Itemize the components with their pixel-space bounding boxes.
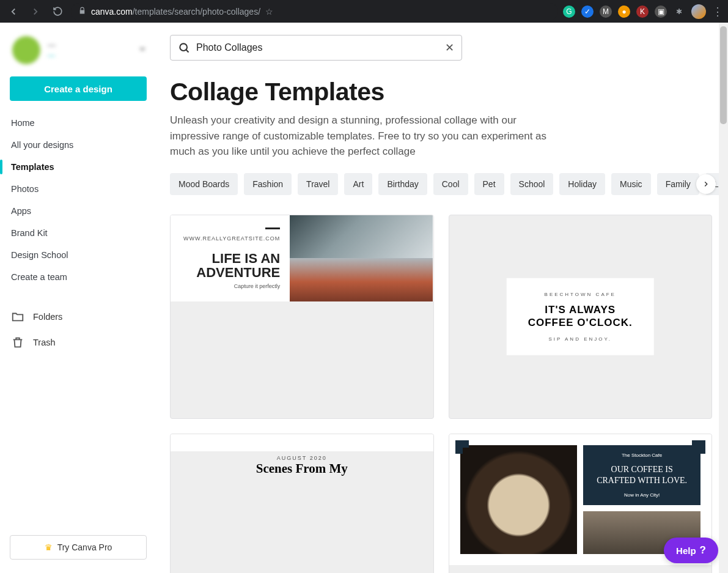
- back-button[interactable]: [5, 3, 22, 20]
- extension-icon[interactable]: ●: [618, 6, 630, 18]
- extension-icon[interactable]: ✓: [581, 6, 594, 18]
- chip-music[interactable]: Music: [611, 173, 651, 195]
- chip-pet[interactable]: Pet: [474, 173, 504, 195]
- chip-family[interactable]: Family: [657, 173, 699, 195]
- chip-holiday[interactable]: Holiday: [559, 173, 605, 195]
- help-button[interactable]: Help ?: [664, 538, 718, 563]
- search-input[interactable]: [196, 42, 439, 53]
- sidebar-trash[interactable]: Trash: [10, 330, 147, 355]
- try-pro-button[interactable]: ♛ Try Canva Pro: [10, 535, 147, 560]
- template-text: AUGUST 2020: [171, 455, 433, 461]
- template-text: ADVENTURE: [196, 265, 280, 279]
- template-text: WWW.REALLYGREATSITE.COM: [183, 235, 280, 242]
- sidebar-item-photos[interactable]: Photos: [10, 178, 147, 200]
- chip-birthday[interactable]: Birthday: [378, 173, 427, 195]
- main-content: ✕ Collage Templates Unleash your creativ…: [156, 23, 728, 573]
- user-name: —: [48, 40, 131, 50]
- template-text: IT'S ALWAYS COFFEE O'CLOCK.: [525, 303, 636, 329]
- chevron-right-icon: [702, 180, 710, 188]
- sidebar-item-home[interactable]: Home: [10, 112, 147, 134]
- clear-search-icon[interactable]: ✕: [445, 41, 454, 54]
- search-bar[interactable]: ✕: [170, 35, 462, 61]
- chip-travel[interactable]: Travel: [298, 173, 338, 195]
- template-card[interactable]: BEECHTOWN CAFE IT'S ALWAYS COFFEE O'CLOC…: [449, 215, 713, 419]
- forward-button[interactable]: [27, 3, 44, 20]
- lock-icon: [78, 7, 86, 17]
- crown-icon: ♛: [45, 542, 53, 552]
- url-text: canva.com/templates/search/photo-collage…: [91, 7, 260, 17]
- template-text: Capture it perfectly: [234, 283, 281, 289]
- extension-icon[interactable]: ▣: [655, 6, 667, 18]
- filter-chips: Mood BoardsFashionTravelArtBirthdayCoolP…: [170, 173, 712, 195]
- scrollbar-thumb[interactable]: [720, 26, 727, 124]
- chip-fashion[interactable]: Fashion: [244, 173, 292, 195]
- extension-icon[interactable]: G: [563, 6, 575, 18]
- sidebar-nav: HomeAll your designsTemplatesPhotosAppsB…: [10, 112, 147, 288]
- template-card[interactable]: AUGUST 2020 Scenes From My: [170, 434, 434, 574]
- template-text: BEECHTOWN CAFE: [525, 291, 636, 297]
- scrollbar[interactable]: [719, 23, 728, 573]
- template-card[interactable]: WWW.REALLYGREATSITE.COM LIFE IS AN ADVEN…: [170, 215, 434, 419]
- help-label: Help: [676, 545, 696, 556]
- chip-mood-boards[interactable]: Mood Boards: [170, 173, 238, 195]
- trash-label: Trash: [33, 338, 56, 347]
- template-text: LIFE IS AN: [212, 251, 281, 265]
- template-text: Scenes From My: [171, 461, 433, 476]
- sidebar-item-create-a-team[interactable]: Create a team: [10, 266, 147, 288]
- star-icon[interactable]: ☆: [265, 7, 273, 17]
- address-bar[interactable]: canva.com/templates/search/photo-collage…: [71, 3, 558, 20]
- pro-label: Try Canva Pro: [57, 542, 112, 552]
- chip-school[interactable]: School: [510, 173, 554, 195]
- reload-button[interactable]: [49, 3, 66, 20]
- extension-icon[interactable]: M: [600, 6, 612, 18]
- user-subtitle: —: [48, 51, 131, 60]
- chevron-down-icon: [138, 45, 147, 56]
- page-title: Collage Templates: [170, 78, 712, 106]
- sidebar-item-design-school[interactable]: Design School: [10, 244, 147, 266]
- create-design-button[interactable]: Create a design: [10, 76, 147, 101]
- templates-grid: WWW.REALLYGREATSITE.COM LIFE IS AN ADVEN…: [170, 215, 712, 574]
- account-switcher[interactable]: — —: [10, 34, 147, 73]
- template-text: OUR COFFEE IS CRAFTED WITH LOVE.: [590, 464, 693, 486]
- browser-chrome: canva.com/templates/search/photo-collage…: [0, 0, 728, 23]
- chip-art[interactable]: Art: [344, 173, 372, 195]
- chips-scroll-right[interactable]: [696, 174, 716, 194]
- extension-icons: G ✓ M ● K ▣ ✱ ⋮: [563, 4, 723, 19]
- template-text: Now in Any City!: [624, 492, 660, 498]
- extension-icon[interactable]: K: [636, 6, 649, 18]
- extension-icon[interactable]: ✱: [673, 6, 685, 18]
- template-text: SIP AND ENJOY.: [525, 336, 636, 342]
- search-icon: [178, 42, 190, 54]
- sidebar: — — Create a design HomeAll your designs…: [0, 23, 156, 573]
- sidebar-item-brand-kit[interactable]: Brand Kit: [10, 222, 147, 244]
- help-icon: ?: [700, 544, 706, 556]
- profile-avatar-icon[interactable]: [691, 4, 706, 19]
- overflow-menu-icon[interactable]: ⋮: [712, 5, 723, 18]
- folders-label: Folders: [33, 312, 62, 322]
- template-text: The Stockton Cafe: [622, 453, 662, 458]
- avatar: [12, 36, 40, 64]
- page-description: Unleash your creativity and design a stu…: [170, 113, 567, 160]
- user-info: — —: [48, 40, 131, 60]
- chip-cool[interactable]: Cool: [433, 173, 468, 195]
- svg-point-0: [180, 43, 187, 51]
- sidebar-folders[interactable]: Folders: [10, 304, 147, 330]
- sidebar-item-all-your-designs[interactable]: All your designs: [10, 134, 147, 156]
- folder-icon: [11, 310, 24, 323]
- sidebar-item-templates[interactable]: Templates: [10, 156, 147, 178]
- sidebar-item-apps[interactable]: Apps: [10, 200, 147, 222]
- trash-icon: [11, 336, 24, 349]
